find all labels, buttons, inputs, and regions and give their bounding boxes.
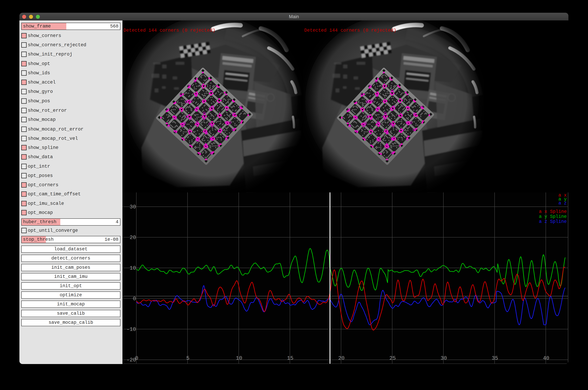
svg-text:Detected 144 corners (0 reject: Detected 144 corners (0 rejected) [123, 28, 215, 33]
svg-text:20: 20 [130, 235, 136, 241]
svg-text:15: 15 [287, 355, 293, 361]
svg-text:30: 30 [130, 204, 136, 210]
svg-text:a y Spline: a y Spline [539, 214, 567, 219]
svg-text:10: 10 [130, 265, 136, 271]
svg-text:35: 35 [492, 355, 498, 361]
svg-text:5: 5 [186, 355, 190, 361]
svg-text:a x Spline: a x Spline [539, 209, 567, 214]
svg-text:25: 25 [389, 355, 396, 361]
svg-text:0: 0 [133, 296, 136, 302]
svg-text:30: 30 [440, 355, 447, 361]
svg-text:Detected 144 corners (0 reject: Detected 144 corners (0 rejected) [304, 28, 396, 33]
svg-text:40: 40 [543, 355, 549, 361]
svg-text:20: 20 [338, 355, 345, 361]
svg-text:10: 10 [236, 355, 242, 361]
svg-text:a z Spline: a z Spline [539, 219, 567, 224]
svg-text:-20: -20 [126, 357, 136, 363]
svg-text:-10: -10 [126, 326, 136, 332]
svg-text:a z: a z [558, 201, 567, 206]
svg-text:0: 0 [135, 355, 138, 361]
